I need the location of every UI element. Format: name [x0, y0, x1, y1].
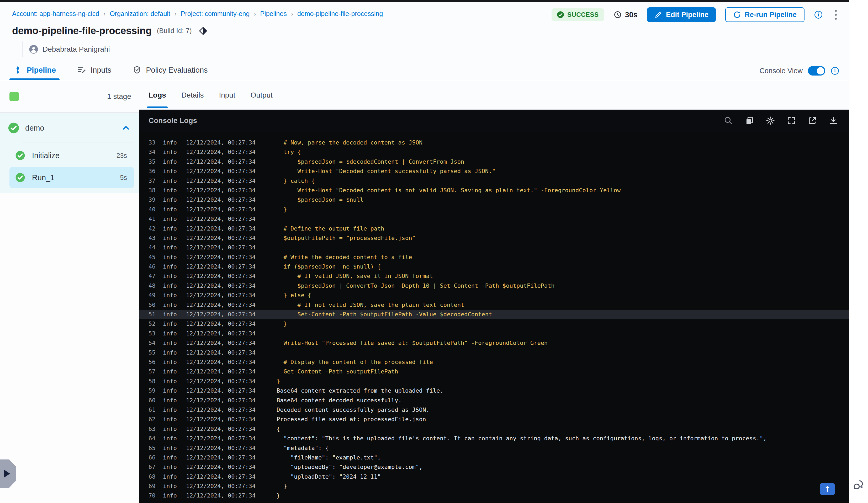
log-row[interactable]: 53info12/12/2024, 00:27:34 [139, 329, 849, 338]
log-message: Write-Host "Decoded content is not valid… [277, 186, 621, 195]
log-row[interactable]: 37info12/12/2024, 00:27:34 } catch { [139, 176, 849, 186]
chevron-up-icon[interactable] [122, 124, 130, 132]
log-row[interactable]: 58info12/12/2024, 00:27:34} [139, 377, 849, 386]
log-level: info [163, 491, 186, 500]
fullscreen-icon[interactable] [786, 116, 796, 126]
log-row[interactable]: 44info12/12/2024, 00:27:34 [139, 243, 849, 252]
log-row[interactable]: 59info12/12/2024, 00:27:34Base64 content… [139, 386, 849, 396]
copy-icon[interactable] [744, 116, 754, 126]
stages-sidebar: 1 stage demo Initialize 23s Run_1 5s [0, 81, 139, 503]
log-level: info [163, 329, 186, 338]
log-timestamp: 12/12/2024, 00:27:34 [186, 491, 277, 500]
console-toolbar [723, 116, 838, 126]
log-level: info [163, 310, 186, 319]
step-row-initialize[interactable]: Initialize 23s [9, 145, 134, 166]
log-row[interactable]: 48info12/12/2024, 00:27:34 $parsedJson |… [139, 281, 849, 291]
rerun-pipeline-button[interactable]: Re-run Pipeline [725, 7, 805, 22]
pipeline-diagram-icon[interactable] [199, 27, 208, 35]
log-message: Write-Host "Processed file saved at: $ou… [277, 338, 548, 348]
breadcrumb-link[interactable]: demo-pipeline-file-processing [297, 10, 383, 18]
clock-icon [613, 10, 622, 19]
breadcrumb-link[interactable]: Project: community-eng [181, 10, 250, 18]
open-in-new-icon[interactable] [807, 116, 817, 126]
log-line-number: 37 [148, 176, 163, 186]
log-line-number: 60 [148, 396, 163, 405]
rerun-info-icon[interactable] [814, 10, 823, 19]
log-row[interactable]: 35info12/12/2024, 00:27:34 $parsedJson =… [139, 157, 849, 167]
tab-logs[interactable]: Logs [148, 81, 166, 109]
log-row[interactable]: 43info12/12/2024, 00:27:34 $outputFilePa… [139, 233, 849, 243]
tab-policy-evaluations[interactable]: Policy Evaluations [131, 60, 209, 80]
tab-output[interactable]: Output [251, 81, 272, 109]
edit-pipeline-button[interactable]: Edit Pipeline [647, 7, 716, 22]
log-row[interactable]: 46info12/12/2024, 00:27:34 if ($parsedJs… [139, 262, 849, 271]
tab-inputs[interactable]: Inputs [76, 60, 112, 80]
step-success-icon [15, 150, 25, 160]
log-row[interactable]: 60info12/12/2024, 00:27:34Base64 content… [139, 396, 849, 405]
log-row[interactable]: 38info12/12/2024, 00:27:34 Write-Host "D… [139, 186, 849, 195]
tab-pipeline[interactable]: Pipeline [12, 60, 57, 80]
console-view-info-icon[interactable] [830, 66, 839, 75]
log-row[interactable]: 69info12/12/2024, 00:27:34 } [139, 482, 849, 491]
log-line-number: 39 [148, 195, 163, 205]
log-row[interactable]: 39info12/12/2024, 00:27:34 $parsedJson =… [139, 195, 849, 205]
log-level: info [163, 377, 186, 386]
log-row[interactable]: 41info12/12/2024, 00:27:34 [139, 214, 849, 224]
log-row[interactable]: 47info12/12/2024, 00:27:34 # If valid JS… [139, 271, 849, 281]
search-icon[interactable] [723, 116, 733, 126]
breadcrumb-link[interactable]: Account: app-harness-ng-cicd [12, 10, 99, 18]
scroll-to-top-button[interactable]: ↑ [820, 483, 835, 495]
log-row[interactable]: 49info12/12/2024, 00:27:34 } else { [139, 291, 849, 300]
log-row[interactable]: 52info12/12/2024, 00:27:34 } [139, 319, 849, 328]
stage-row-demo[interactable]: demo [0, 116, 139, 140]
log-timestamp: 12/12/2024, 00:27:34 [186, 176, 277, 186]
log-row[interactable]: 65info12/12/2024, 00:27:34 "metadata": { [139, 443, 849, 453]
log-row[interactable]: 63info12/12/2024, 00:27:34{ [139, 424, 849, 434]
log-row[interactable]: 61info12/12/2024, 00:27:34Decoded conten… [139, 405, 849, 415]
log-row[interactable]: 54info12/12/2024, 00:27:34 Write-Host "P… [139, 338, 849, 348]
help-chat-icon[interactable] [852, 479, 864, 491]
download-icon[interactable] [828, 116, 838, 126]
breadcrumb-link[interactable]: Pipelines [260, 10, 287, 18]
log-row[interactable]: 36info12/12/2024, 00:27:34 Write-Host "D… [139, 167, 849, 176]
log-message: $parsedJson = $null [277, 195, 363, 205]
log-timestamp: 12/12/2024, 00:27:34 [186, 319, 277, 328]
log-row[interactable]: 51info12/12/2024, 00:27:34 Set-Content -… [139, 310, 849, 319]
console-view-toggle[interactable] [808, 66, 825, 75]
log-row[interactable]: 67info12/12/2024, 00:27:34 "uploadedBy":… [139, 462, 849, 472]
log-row[interactable]: 45info12/12/2024, 00:27:34 # Write the d… [139, 253, 849, 262]
log-message: # Display the content of the processed f… [277, 357, 433, 367]
breadcrumb-link[interactable]: Organization: default [110, 10, 170, 18]
log-row[interactable]: 64info12/12/2024, 00:27:34 "content": "T… [139, 434, 849, 443]
log-row[interactable]: 42info12/12/2024, 00:27:34 # Define the … [139, 224, 849, 233]
step-row-run-1[interactable]: Run_1 5s [9, 167, 134, 188]
more-options-menu[interactable] [832, 8, 839, 21]
log-row[interactable]: 40info12/12/2024, 00:27:34 } [139, 205, 849, 214]
log-row[interactable]: 70info12/12/2024, 00:27:34} [139, 491, 849, 500]
edit-pipeline-label: Edit Pipeline [666, 11, 709, 19]
stage-count-label: 1 stage [107, 92, 131, 101]
tab-output-label: Output [251, 91, 272, 99]
page-title: demo-pipeline-file-processing [12, 25, 152, 36]
log-row[interactable]: 68info12/12/2024, 00:27:34 "uploadDate":… [139, 472, 849, 482]
log-row[interactable]: 62info12/12/2024, 00:27:34Processed file… [139, 415, 849, 424]
console-log-list[interactable]: 33info12/12/2024, 00:27:34 # Now, parse … [139, 133, 849, 503]
log-level: info [163, 405, 186, 415]
log-message: "content": "This is the uploaded file's … [277, 434, 767, 443]
duration-value: 30s [625, 10, 638, 19]
settings-icon[interactable] [765, 116, 775, 126]
log-line-number: 55 [148, 348, 163, 357]
log-row[interactable]: 57info12/12/2024, 00:27:34 Get-Content -… [139, 367, 849, 376]
tab-input[interactable]: Input [219, 81, 235, 109]
log-timestamp: 12/12/2024, 00:27:34 [186, 357, 277, 367]
log-row[interactable]: 34info12/12/2024, 00:27:34 try { [139, 147, 849, 157]
log-row[interactable]: 33info12/12/2024, 00:27:34 # Now, parse … [139, 138, 849, 147]
log-row[interactable]: 55info12/12/2024, 00:27:34 [139, 348, 849, 357]
log-message: try { [277, 147, 301, 157]
log-message: "metadata": { [277, 443, 329, 453]
title-row: demo-pipeline-file-processing (Build Id:… [12, 25, 208, 36]
log-row[interactable]: 66info12/12/2024, 00:27:34 "fileName": "… [139, 453, 849, 462]
tab-details[interactable]: Details [181, 81, 204, 109]
log-row[interactable]: 56info12/12/2024, 00:27:34 # Display the… [139, 357, 849, 367]
log-row[interactable]: 50info12/12/2024, 00:27:34 # If not vali… [139, 300, 849, 310]
